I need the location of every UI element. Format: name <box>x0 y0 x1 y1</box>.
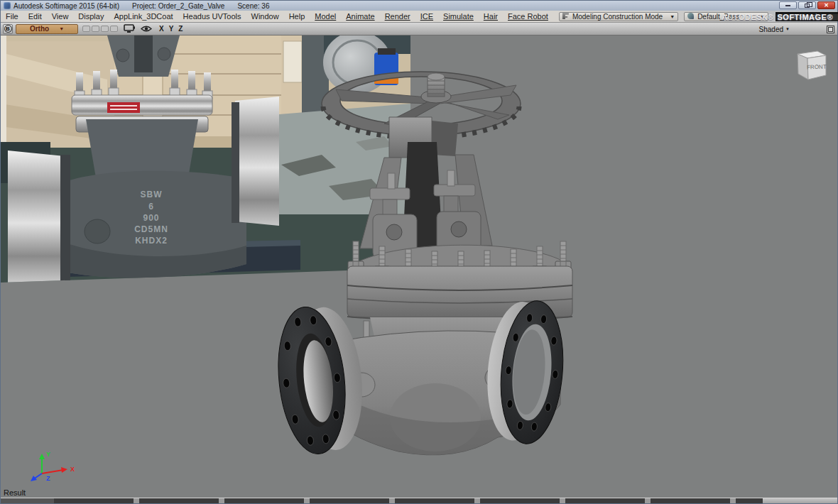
memo-cam-slot[interactable] <box>110 26 118 32</box>
chevron-down-icon: ▼ <box>670 14 675 19</box>
eye-icon[interactable] <box>141 25 152 33</box>
scene-title: Scene: 36 <box>237 2 269 10</box>
left-pipe-flange <box>271 302 369 457</box>
menu-bar: FileEditViewDisplayAppLink_3DCoatHeadus … <box>1 11 837 23</box>
app-icon <box>4 2 11 9</box>
memo-cam-slot[interactable] <box>92 26 99 32</box>
module-menus: ModelAnimateRenderICESimulateHairFace Ro… <box>310 12 553 21</box>
status-result-label: Result <box>4 488 26 497</box>
layout-icon[interactable] <box>827 26 834 33</box>
close-button[interactable]: ✕ <box>817 1 835 9</box>
shading-mode-label: Shaded <box>759 26 783 33</box>
menu-view[interactable]: View <box>47 12 74 21</box>
construction-mode-dropdown[interactable]: Modeling Construction Mode ▼ <box>559 12 678 21</box>
menu-face-robot[interactable]: Face Robot <box>503 12 553 21</box>
viewport-header: B Ortho ▼ X Y Z Shaded ▼ <box>1 23 837 35</box>
viewport-letter-button[interactable]: B <box>3 24 13 34</box>
main-menus: FileEditViewDisplayAppLink_3DCoatHeadus … <box>1 12 310 21</box>
gizmo-y-label: Y <box>46 451 50 458</box>
menu-edit[interactable]: Edit <box>23 12 47 21</box>
axis-y-button[interactable]: Y <box>169 25 174 33</box>
project-title: Project: Order_2_Gate_Valve <box>132 2 224 10</box>
menu-headus-uvtools[interactable]: Headus UVTools <box>178 12 246 21</box>
gate-valve-model <box>1 35 837 498</box>
autodesk-logo-text: AUTODESK® <box>722 13 774 21</box>
construction-mode-icon <box>562 13 570 20</box>
menu-window[interactable]: Window <box>246 12 284 21</box>
memo-cam-slot[interactable] <box>82 26 90 32</box>
timeline-blocks <box>54 498 764 503</box>
viewport-letter-label: B <box>4 25 12 33</box>
timeline-strip[interactable] <box>1 498 837 503</box>
menu-animate[interactable]: Animate <box>341 12 379 21</box>
chevron-down-icon: ▼ <box>59 26 64 31</box>
construction-mode-label: Modeling Construction Mode <box>572 13 663 21</box>
axis-gizmo: Y X Z <box>19 449 83 485</box>
valve-yoke <box>360 117 492 258</box>
view-cube[interactable]: FRONT <box>789 44 830 85</box>
autodesk-softimage-branding: AUTODESK® SOFTIMAGE® <box>722 11 833 23</box>
menu-hair[interactable]: Hair <box>479 12 503 21</box>
softimage-window: Autodesk Softimage 2015 (64-bit) Project… <box>0 0 838 504</box>
view-cube-label: FRONT <box>807 64 827 71</box>
gizmo-z-label: Z <box>46 475 50 482</box>
menu-render[interactable]: Render <box>380 12 415 21</box>
menu-ice[interactable]: ICE <box>415 12 438 21</box>
restore-button[interactable] <box>798 1 816 9</box>
menu-help[interactable]: Help <box>284 12 310 21</box>
axis-toggle-buttons: X Y Z <box>159 25 183 33</box>
pass-icon <box>687 13 695 20</box>
chevron-down-icon: ▼ <box>785 27 790 31</box>
camera-view-dropdown[interactable]: Ortho ▼ <box>16 24 78 34</box>
menu-file[interactable]: File <box>1 12 23 21</box>
camera-icon[interactable] <box>124 24 135 33</box>
menu-simulate[interactable]: Simulate <box>438 12 479 21</box>
menu-display[interactable]: Display <box>73 12 109 21</box>
softimage-logo-text: SOFTIMAGE® <box>778 13 834 21</box>
shaded-dropdown[interactable]: Shaded ▼ <box>759 26 790 33</box>
window-title: Autodesk Softimage 2015 (64-bit) <box>13 2 119 10</box>
axis-z-button[interactable]: Z <box>178 25 183 33</box>
gizmo-x-label: X <box>70 466 75 473</box>
viewport-canvas[interactable]: SBW 6 900 CD5MN KHDX2 <box>1 35 837 498</box>
memo-cam-slots <box>82 26 118 32</box>
camera-view-label: Ortho <box>30 25 49 33</box>
minimize-button[interactable] <box>779 1 797 9</box>
memo-cam-slot[interactable] <box>101 26 109 32</box>
axis-x-button[interactable]: X <box>159 25 164 33</box>
menu-applink-3dcoat[interactable]: AppLink_3DCoat <box>109 12 178 21</box>
menu-model[interactable]: Model <box>310 12 341 21</box>
timeline-tail <box>763 498 837 503</box>
title-bar: Autodesk Softimage 2015 (64-bit) Project… <box>1 1 837 11</box>
